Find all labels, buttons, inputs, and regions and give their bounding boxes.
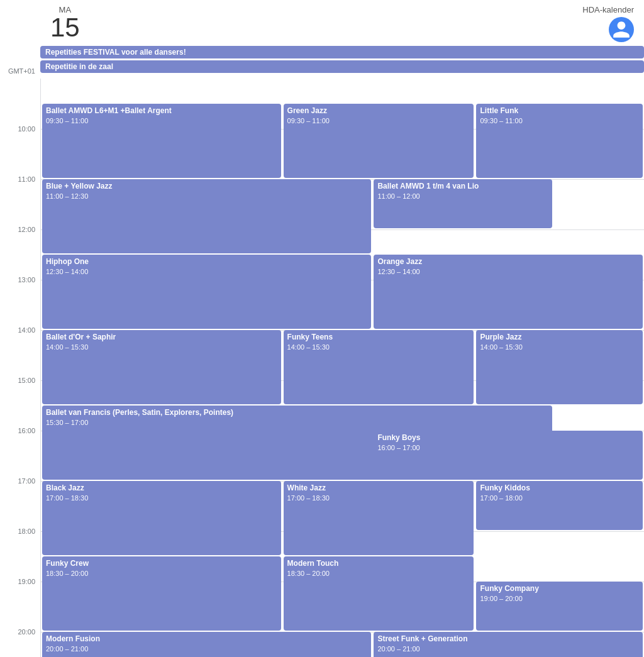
event-title-ballet-amwd-1tm4: Ballet AMWD 1 t/m 4 van Lio [377,182,548,192]
event-time-ballet-van-francis: 15:30 – 17:00 [46,418,548,427]
time-label-10: 10:00 [18,125,35,133]
event-time-modern-fusion: 20:00 – 21:00 [46,644,367,653]
event-blue-yellow-jazz[interactable]: Blue + Yellow Jazz11:00 – 12:30 [42,179,371,253]
time-column: 10:0011:0012:0013:0014:0015:0016:0017:00… [0,79,40,657]
event-hiphop-one[interactable]: Hiphop One12:30 – 14:00 [42,255,371,329]
event-time-funky-boys: 16:00 – 17:00 [377,443,639,452]
event-title-black-jazz: Black Jazz [46,483,277,494]
event-title-modern-fusion: Modern Fusion [46,634,367,644]
time-label-15: 15:00 [18,377,35,384]
time-label-19: 19:00 [18,578,35,585]
event-time-little-funk: 09:30 – 11:00 [480,116,639,125]
app-name: HDA-kalender [582,5,634,14]
event-time-blue-yellow-jazz: 11:00 – 12:30 [46,192,367,201]
event-time-purple-jazz: 14:00 – 15:30 [480,343,639,351]
event-time-ballet-amwd-l6: 09:30 – 11:00 [46,116,277,125]
time-label-11: 11:00 [18,175,35,183]
event-time-funky-kiddos: 17:00 – 18:00 [480,494,639,502]
event-funky-boys[interactable]: Funky Boys16:00 – 17:00 [374,431,643,480]
event-title-funky-company: Funky Company [480,584,639,594]
time-label-12: 12:00 [18,226,35,233]
event-green-jazz[interactable]: Green Jazz09:30 – 11:00 [284,104,474,178]
calendar-header: MA 15 HDA-kalender [0,0,644,45]
events-area: Ballet AMWD L6+M1 +Ballet Argent09:30 – … [40,79,644,657]
event-title-blue-yellow-jazz: Blue + Yellow Jazz [46,182,367,192]
timezone-label: GMT+01 [8,67,35,75]
event-time-funky-teens: 14:00 – 15:30 [287,343,470,351]
event-funky-kiddos[interactable]: Funky Kiddos17:00 – 18:00 [476,481,643,530]
event-time-funky-crew: 18:30 – 20:00 [46,569,277,578]
event-time-white-jazz: 17:00 – 18:30 [287,494,470,502]
event-title-funky-kiddos: Funky Kiddos [480,483,639,494]
event-title-modern-touch: Modern Touch [287,559,470,569]
event-title-street-funk-generation: Street Funk + Generation [377,634,639,644]
event-title-ballet-van-francis: Ballet van Francis (Perles, Satin, Explo… [46,408,548,418]
event-funky-teens[interactable]: Funky Teens14:00 – 15:30 [284,330,474,404]
event-funky-crew[interactable]: Funky Crew18:30 – 20:00 [42,556,281,631]
time-label-18: 18:00 [18,527,35,535]
event-title-ballet-amwd-l6: Ballet AMWD L6+M1 +Ballet Argent [46,106,277,116]
event-time-green-jazz: 09:30 – 11:00 [287,116,470,125]
event-time-ballet-amwd-1tm4: 11:00 – 12:00 [377,192,548,201]
time-label-17: 17:00 [18,477,35,485]
calendar-body: 10:0011:0012:0013:0014:0015:0016:0017:00… [0,79,644,657]
event-time-street-funk-generation: 20:00 – 21:00 [377,644,639,653]
event-ballet-amwd-l6[interactable]: Ballet AMWD L6+M1 +Ballet Argent09:30 – … [42,104,281,178]
event-time-hiphop-one: 12:30 – 14:00 [46,267,367,276]
event-time-funky-company: 19:00 – 20:00 [480,594,639,603]
banner-event-1[interactable]: Repetities FESTIVAL voor alle dansers! [40,46,644,58]
event-time-orange-jazz: 12:30 – 14:00 [377,267,639,276]
event-ballet-dor-saphir[interactable]: Ballet d'Or + Saphir14:00 – 15:30 [42,330,281,404]
calendar-page: MA 15 HDA-kalender Repetities FESTIVAL v… [0,0,644,657]
event-title-little-funk: Little Funk [480,106,639,116]
banner-event-2[interactable]: Repetitie in de zaal [40,60,644,73]
event-time-black-jazz: 17:00 – 18:30 [46,494,277,502]
time-label-16: 16:00 [18,427,35,434]
event-title-hiphop-one: Hiphop One [46,257,367,267]
event-street-funk-generation[interactable]: Street Funk + Generation20:00 – 21:00 [374,632,643,657]
event-title-purple-jazz: Purple Jazz [480,333,639,343]
time-label-20: 20:00 [18,628,35,636]
event-title-ballet-dor-saphir: Ballet d'Or + Saphir [46,333,277,343]
event-title-funky-crew: Funky Crew [46,559,277,569]
event-time-ballet-dor-saphir: 14:00 – 15:30 [46,343,277,351]
event-white-jazz[interactable]: White Jazz17:00 – 18:30 [284,481,474,555]
time-label-13: 13:00 [18,276,35,284]
event-modern-touch[interactable]: Modern Touch18:30 – 20:00 [284,556,474,631]
event-modern-fusion[interactable]: Modern Fusion20:00 – 21:00 [42,632,371,657]
date-section: MA 15 [50,5,80,41]
date-number: 15 [50,14,80,41]
time-label-14: 14:00 [18,326,35,334]
event-orange-jazz[interactable]: Orange Jazz12:30 – 14:00 [374,255,643,329]
event-little-funk[interactable]: Little Funk09:30 – 11:00 [476,104,643,178]
event-title-funky-boys: Funky Boys [377,433,639,443]
user-avatar[interactable] [609,17,634,42]
event-time-modern-touch: 18:30 – 20:00 [287,569,470,578]
event-title-green-jazz: Green Jazz [287,106,470,116]
event-ballet-amwd-1tm4[interactable]: Ballet AMWD 1 t/m 4 van Lio11:00 – 12:00 [374,179,552,228]
event-title-funky-teens: Funky Teens [287,333,470,343]
event-funky-company[interactable]: Funky Company19:00 – 20:00 [476,582,643,631]
event-title-orange-jazz: Orange Jazz [377,257,639,267]
event-title-white-jazz: White Jazz [287,483,470,494]
banner-events-area: Repetities FESTIVAL voor alle dansers! R… [40,45,644,76]
event-black-jazz[interactable]: Black Jazz17:00 – 18:30 [42,481,281,555]
event-purple-jazz[interactable]: Purple Jazz14:00 – 15:30 [476,330,643,404]
app-header-right: HDA-kalender [582,5,634,42]
